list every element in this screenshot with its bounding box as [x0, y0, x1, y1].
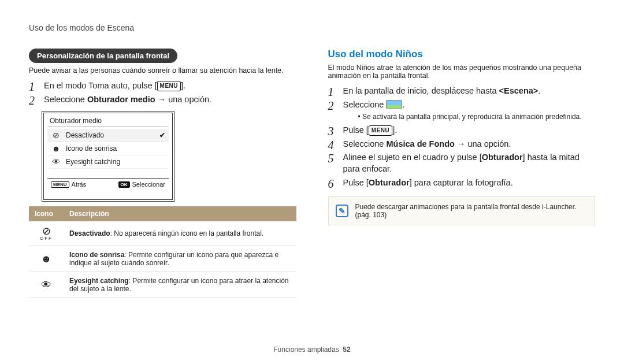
menu-icon: MENU	[369, 125, 392, 136]
select-button: OK Seleccionar	[118, 181, 165, 188]
text: Pulse [	[343, 178, 369, 187]
step-2-bold: Obturador medio	[87, 95, 155, 104]
note-box: ✎ Puede descargar animaciones para la pa…	[328, 196, 596, 225]
th-icon: Icono	[29, 206, 64, 221]
bold: Obturador	[482, 153, 523, 162]
ok-chip-icon: OK	[118, 181, 130, 188]
breadcrumb: Uso de los modos de Escena	[29, 23, 595, 32]
select-label: Seleccionar	[132, 181, 165, 188]
option-label: Eyesight catching	[66, 158, 120, 166]
scene-thumb-icon	[386, 100, 402, 109]
menu-icon: MENU	[157, 81, 181, 91]
bold: Obturador	[369, 178, 410, 187]
note-text: Puede descargar animaciones para la pant…	[355, 203, 588, 219]
text: → una opción.	[455, 139, 511, 148]
option-sonrisa: ☻ Icono de sonrisa	[47, 142, 169, 155]
step-2-pre: Seleccione	[44, 95, 87, 104]
note-icon: ✎	[336, 205, 348, 217]
bold: <Escena>	[499, 86, 538, 95]
cell-bold: Icono de sonrisa	[69, 251, 124, 259]
camera-screen: Obturador medio ⊘ Desactivado ✔ ☻ Icono …	[42, 111, 174, 202]
option-label: Icono de sonrisa	[66, 144, 117, 153]
back-label: Atrás	[72, 181, 87, 188]
option-label: Desactivado	[66, 131, 104, 139]
section-badge: Personalización de la pantalla frontal	[29, 49, 177, 63]
step-2-post: → una opción.	[155, 95, 212, 104]
step-4: Seleccione Música de Fondo → una opción.	[328, 139, 596, 150]
table-row: ⊘OFF Desactivado: No aparecerá ningún ic…	[29, 221, 296, 246]
back-button: MENU Atrás	[51, 181, 86, 188]
text: Seleccione	[343, 100, 387, 109]
section-heading: Uso del modo Niños	[328, 49, 596, 60]
step-1: En el modo Toma auto, pulse [MENU].	[29, 80, 296, 92]
page-footer: Funciones ampliadas 52	[0, 346, 624, 354]
check-icon: ✔	[159, 131, 165, 139]
description-table: Icono Descripción ⊘OFF Desactivado: No a…	[29, 206, 296, 298]
left-column: Personalización de la pantalla frontal P…	[29, 49, 296, 298]
menu-chip-icon: MENU	[51, 181, 69, 188]
intro-text: El modo Niños atrae la atención de los m…	[328, 64, 596, 80]
cell-text: : No aparecerá ningún icono en la pantal…	[110, 229, 264, 237]
bold: Música de Fondo	[386, 139, 454, 148]
step-6: Pulse [Obturador] para capturar la fotog…	[328, 177, 596, 189]
text: ] para capturar la fotografía.	[410, 178, 513, 187]
step-2: Seleccione Obturador medio → una opción.	[29, 94, 296, 106]
text: Seleccione	[343, 139, 387, 148]
step-3: Pulse [MENU].	[328, 125, 596, 136]
off-icon: ⊘OFF	[29, 221, 64, 246]
eye-icon: 👁	[51, 158, 61, 166]
footer-section: Funciones ampliadas	[273, 346, 339, 354]
footer-page: 52	[343, 346, 350, 354]
screen-title: Obturador medio	[47, 116, 169, 127]
cell-bold: Desactivado	[69, 229, 110, 237]
step-1-pre: En el modo Toma auto, pulse [	[44, 81, 157, 90]
table-row: 👁 Eyesight catching: Permite configurar …	[29, 272, 296, 298]
text: Pulse [	[343, 125, 369, 135]
step-5: Alinee el sujeto en el cuadro y pulse [O…	[328, 152, 596, 174]
option-eyesight: 👁 Eyesight catching	[47, 155, 169, 169]
step-1: En la pantalla de inicio, desplácese has…	[328, 86, 596, 97]
sub-bullet: Se activará la pantalla principal, y rep…	[358, 112, 596, 121]
right-column: Uso del modo Niños El modo Niños atrae l…	[328, 49, 596, 298]
smile-icon: ☻	[51, 144, 61, 153]
cell-desc: Eyesight catching: Permite configurar un…	[64, 272, 296, 298]
text: .	[538, 86, 540, 95]
option-desactivado: ⊘ Desactivado ✔	[47, 129, 169, 142]
th-desc: Descripción	[64, 206, 296, 221]
text: Alinee el sujeto en el cuadro y pulse [	[343, 153, 482, 162]
cell-bold: Eyesight catching	[69, 277, 129, 285]
step-1-post: ].	[181, 81, 185, 90]
cell-desc: Desactivado: No aparecerá ningún icono e…	[64, 221, 296, 246]
step-2: Seleccione . Se activará la pantalla pri…	[328, 99, 596, 122]
cell-desc: Icono de sonrisa: Permite configurar un …	[64, 246, 296, 272]
off-icon: ⊘	[51, 131, 61, 139]
smile-icon: ☻	[29, 246, 64, 272]
text: En la pantalla de inicio, desplácese has…	[343, 86, 499, 95]
eye-icon: 👁	[29, 272, 64, 298]
table-row: ☻ Icono de sonrisa: Permite configurar u…	[29, 246, 296, 272]
intro-text: Puede avisar a las personas cuándo sonre…	[29, 66, 296, 75]
text: .	[402, 100, 404, 109]
text: ].	[392, 125, 397, 135]
